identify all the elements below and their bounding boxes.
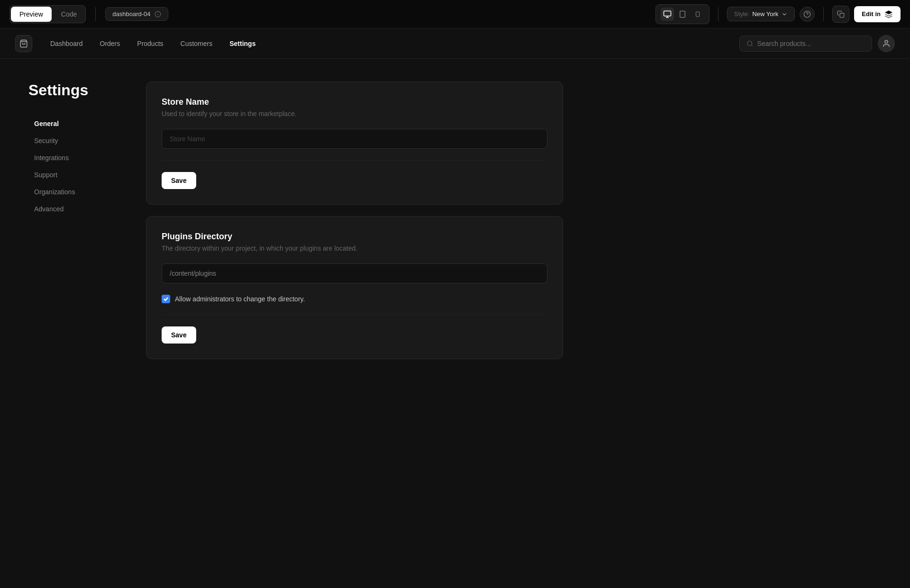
svg-rect-6 — [680, 11, 685, 17]
store-name-card: Store Name Used to identify your store i… — [146, 81, 563, 205]
sidebar-item-integrations[interactable]: Integrations — [28, 150, 123, 165]
desktop-icon[interactable] — [661, 8, 674, 21]
style-value: New York — [752, 10, 778, 18]
plugins-directory-card: Plugins Directory The directory within y… — [146, 216, 563, 359]
preview-code-group: Preview Code — [9, 5, 86, 23]
info-icon — [155, 11, 161, 18]
checkbox[interactable] — [162, 295, 170, 303]
code-button[interactable]: Code — [53, 7, 85, 22]
help-icon-btn[interactable] — [800, 7, 815, 22]
checkbox-label: Allow administrators to change the direc… — [175, 295, 305, 303]
store-name-desc: Used to identify your store in the marke… — [162, 110, 547, 118]
top-bar: Preview Code dashboard-04 Style: New Yor… — [0, 0, 910, 28]
tab-name-label: dashboard-04 — [112, 10, 150, 18]
sidebar-item-advanced[interactable]: Advanced — [28, 201, 123, 217]
svg-point-14 — [747, 41, 752, 45]
nav-bar: Dashboard Orders Products Customers Sett… — [0, 28, 910, 59]
nav-customers[interactable]: Customers — [174, 37, 219, 50]
tablet-icon[interactable] — [676, 8, 689, 21]
search-icon — [746, 40, 754, 47]
avatar-button[interactable] — [878, 35, 895, 52]
store-name-title: Store Name — [162, 97, 547, 107]
sidebar-item-organizations[interactable]: Organizations — [28, 184, 123, 199]
divider — [95, 7, 96, 21]
nav-orders[interactable]: Orders — [93, 37, 127, 50]
edit-in-label: Edit in — [862, 10, 881, 18]
nav-dashboard[interactable]: Dashboard — [44, 37, 90, 50]
settings-sidebar: Settings General Security Integrations S… — [28, 81, 123, 359]
plugins-dir-desc: The directory within your project, in wh… — [162, 244, 547, 252]
edit-in-logo-icon — [884, 10, 893, 18]
device-group — [655, 4, 710, 24]
copy-button[interactable] — [832, 6, 849, 23]
main-content: Settings General Security Integrations S… — [0, 59, 910, 382]
page-title: Settings — [28, 81, 123, 99]
nav-logo — [15, 35, 32, 52]
style-selector[interactable]: Style: New York — [727, 7, 795, 21]
settings-cards: Store Name Used to identify your store i… — [146, 81, 563, 359]
checkbox-row: Allow administrators to change the direc… — [162, 295, 547, 303]
svg-point-16 — [885, 40, 888, 43]
sidebar-item-support[interactable]: Support — [28, 167, 123, 182]
plugins-dir-input[interactable] — [162, 263, 547, 283]
svg-rect-3 — [664, 11, 671, 16]
divider2 — [718, 7, 719, 21]
style-label: Style: — [734, 10, 750, 18]
plugins-dir-save-button[interactable]: Save — [162, 326, 196, 344]
top-bar-right: Style: New York Edit in — [655, 4, 901, 24]
check-icon — [163, 296, 169, 302]
preview-button[interactable]: Preview — [11, 7, 52, 22]
divider3 — [823, 7, 824, 21]
divider-card2 — [162, 315, 547, 315]
mobile-icon[interactable] — [691, 8, 704, 21]
tab-name-pill: dashboard-04 — [105, 7, 168, 21]
edit-in-button[interactable]: Edit in — [854, 6, 901, 22]
svg-rect-12 — [840, 13, 844, 18]
app-frame: Dashboard Orders Products Customers Sett… — [0, 28, 910, 588]
sidebar-item-security[interactable]: Security — [28, 133, 123, 148]
store-name-save-button[interactable]: Save — [162, 172, 196, 189]
store-name-input[interactable] — [162, 129, 547, 149]
search-bar — [739, 36, 872, 52]
search-input[interactable] — [757, 40, 865, 47]
svg-line-15 — [751, 45, 753, 46]
divider-card1 — [162, 160, 547, 161]
nav-products[interactable]: Products — [130, 37, 170, 50]
plugins-dir-title: Plugins Directory — [162, 232, 547, 242]
nav-settings[interactable]: Settings — [223, 37, 262, 50]
sidebar-item-general[interactable]: General — [28, 116, 123, 131]
chevron-down-icon — [781, 11, 788, 18]
nav-right — [739, 35, 895, 52]
user-icon — [882, 39, 891, 48]
